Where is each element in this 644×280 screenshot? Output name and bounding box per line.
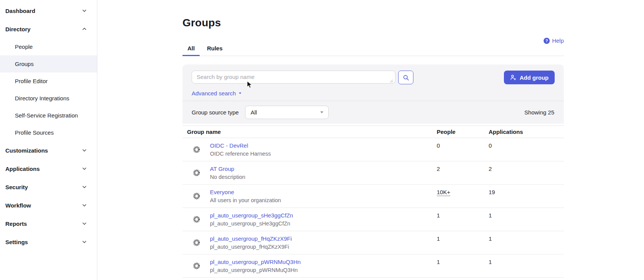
sidebar-item-self-service-registration[interactable]: Self-Service Registration	[0, 107, 97, 124]
group-name-link[interactable]: pl_auto_usergroup_pWRNMuQ3Hn	[210, 258, 301, 266]
advanced-search-label: Advanced search	[192, 90, 236, 97]
group-description: No description	[210, 173, 245, 181]
group-name-cell: AT Group No description	[182, 161, 437, 184]
sidebar-section-dashboard[interactable]: Dashboard	[0, 2, 97, 20]
chevron-down-icon	[82, 8, 87, 13]
group-sunburst-icon	[193, 239, 200, 246]
add-group-label: Add group	[520, 74, 549, 81]
people-count-cell: 1	[437, 231, 489, 254]
sidebar-section-label: Customizations	[5, 147, 48, 154]
applications-count-cell: 2	[489, 161, 564, 184]
page-title: Groups	[182, 17, 564, 29]
column-header-applications: Applications	[489, 129, 564, 135]
people-count: 2	[437, 166, 440, 172]
chevron-down-icon	[82, 203, 87, 208]
applications-count: 1	[489, 212, 492, 219]
sidebar-section-applications[interactable]: Applications	[0, 159, 97, 178]
add-group-button[interactable]: Add group	[504, 71, 555, 84]
people-count-cell: 1	[437, 208, 489, 231]
people-count-cell: 1	[437, 254, 489, 277]
filter-row: Group source type All Showing 25	[182, 101, 564, 124]
group-name-link[interactable]: Everyone	[210, 188, 281, 196]
applications-count-cell: 19	[489, 185, 564, 208]
group-sunburst-icon	[193, 216, 200, 223]
advanced-search-link[interactable]: Advanced search	[192, 90, 242, 97]
table-body: OIDC - DevRel OIDC reference Harness 0 0…	[182, 138, 564, 278]
caret-down-icon	[239, 93, 241, 94]
group-name-link[interactable]: pl_auto_usergroup_sHe3ggCfZn	[210, 211, 293, 219]
applications-count: 2	[489, 166, 492, 172]
sidebar-section-label: Workflow	[5, 202, 31, 209]
sidebar-section-settings[interactable]: Settings	[0, 233, 97, 251]
sidebar-section-label: Settings	[5, 239, 28, 245]
applications-count: 19	[489, 189, 495, 195]
sidebar-section-security[interactable]: Security	[0, 178, 97, 196]
people-count: 1	[437, 235, 440, 242]
sidebar-item-profile-sources[interactable]: Profile Sources	[0, 124, 97, 141]
people-count: 0	[437, 142, 440, 149]
sidebar-item-directory-integrations[interactable]: Directory Integrations	[0, 90, 97, 107]
main-area: Groups ? Help All Rules	[97, 0, 644, 280]
sidebar-nav: DashboardDirectoryPeopleGroupsProfile Ed…	[0, 0, 97, 280]
group-name-link[interactable]: pl_auto_usergroup_fHqZKzX9Fi	[210, 235, 292, 243]
sidebar-section-customizations[interactable]: Customizations	[0, 141, 97, 159]
search-section: Add group Advanced search	[182, 64, 564, 101]
table-row: AT Group No description 2 2	[182, 161, 564, 185]
column-header-group-name: Group name	[182, 129, 437, 135]
search-input[interactable]	[192, 71, 395, 84]
applications-count: 1	[489, 259, 492, 265]
group-source-type-label: Group source type	[192, 109, 239, 116]
group-name-link[interactable]: AT Group	[210, 165, 245, 173]
sidebar-section-reports[interactable]: Reports	[0, 214, 97, 233]
group-description: All users in your organization	[210, 196, 281, 204]
table-header-row: Group name People Applications	[182, 126, 564, 138]
help-link-label: Help	[552, 37, 564, 44]
sidebar-section-workflow[interactable]: Workflow	[0, 196, 97, 214]
people-count[interactable]: 10K+	[437, 189, 450, 195]
caret-down-icon	[320, 111, 323, 113]
content-column: Groups ? Help All Rules	[182, 17, 564, 278]
people-count-cell: 10K+	[437, 185, 489, 208]
applications-count-cell: 1	[489, 208, 564, 231]
sidebar-section-directory[interactable]: Directory	[0, 20, 97, 38]
chevron-down-icon	[82, 221, 87, 226]
group-name-cell: pl_auto_usergroup_sHe3ggCfZn pl_auto_use…	[182, 208, 437, 231]
group-sunburst-icon	[193, 169, 200, 177]
group-name-link[interactable]: OIDC - DevRel	[210, 142, 271, 150]
chevron-down-icon	[82, 166, 87, 171]
tab-rules[interactable]: Rules	[202, 41, 228, 56]
group-sunburst-icon	[193, 262, 200, 270]
groups-table: Group name People Applications OIDC - De…	[182, 126, 564, 278]
help-link[interactable]: ? Help	[544, 37, 564, 44]
sidebar-item-people[interactable]: People	[0, 38, 97, 55]
sidebar-section-label: Applications	[5, 166, 40, 172]
table-row: Everyone All users in your organization …	[182, 185, 564, 208]
group-sunburst-icon	[193, 192, 200, 200]
sidebar-section-label: Reports	[5, 220, 27, 227]
app-window: DashboardDirectoryPeopleGroupsProfile Ed…	[0, 0, 644, 280]
group-name-cell: pl_auto_usergroup_pWRNMuQ3Hn pl_auto_use…	[182, 254, 437, 277]
sidebar-item-groups[interactable]: Groups	[0, 55, 97, 72]
filter-panel: Add group Advanced search Group source t…	[182, 64, 564, 124]
group-name-cell: Everyone All users in your organization	[182, 185, 437, 208]
applications-count: 1	[489, 235, 492, 242]
column-header-people: People	[437, 129, 489, 135]
sidebar-section-label: Directory	[5, 26, 31, 32]
table-row: pl_auto_usergroup_pWRNMuQ3Hn pl_auto_use…	[182, 254, 564, 278]
applications-count-cell: 1	[489, 231, 564, 254]
table-row: pl_auto_usergroup_sHe3ggCfZn pl_auto_use…	[182, 208, 564, 231]
people-count: 1	[437, 259, 440, 265]
sidebar-section-label: Dashboard	[5, 8, 35, 14]
sidebar-section-label: Security	[5, 184, 28, 190]
table-row: OIDC - DevRel OIDC reference Harness 0 0	[182, 138, 564, 161]
search-button[interactable]	[398, 71, 413, 84]
group-name-cell: OIDC - DevRel OIDC reference Harness	[182, 138, 437, 161]
search-icon	[403, 74, 409, 81]
tab-all[interactable]: All	[182, 41, 200, 56]
group-source-type-select[interactable]: All	[245, 106, 329, 119]
people-count-cell: 2	[437, 161, 489, 184]
showing-count: Showing 25	[525, 109, 554, 116]
group-description: pl_auto_usergroup_fHqZKzX9Fi	[210, 243, 292, 251]
sidebar-item-profile-editor[interactable]: Profile Editor	[0, 72, 97, 90]
chevron-down-icon	[82, 148, 87, 153]
